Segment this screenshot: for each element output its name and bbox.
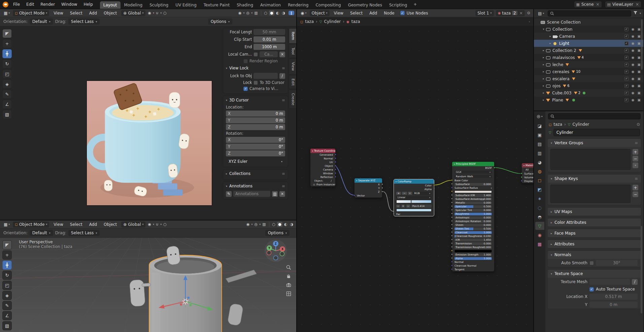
input-socket[interactable]: [451, 224, 453, 225]
zoom-icon[interactable]: [286, 265, 292, 270]
shader-menu-item[interactable]: Node: [381, 10, 397, 17]
editor-type-button[interactable]: ▦▾: [2, 10, 11, 16]
add-vertex-group-button[interactable]: +: [633, 149, 638, 155]
shader-menu-item[interactable]: Add: [366, 10, 380, 17]
separate-xyz-node[interactable]: ▾Separate XYZ XYZ Vector: [354, 178, 382, 198]
active-stop-color[interactable]: [396, 209, 432, 212]
shading-material-icon[interactable]: ◐: [275, 10, 280, 16]
annotation-duplicate-icon[interactable]: ▥: [272, 191, 278, 197]
active-color-stop[interactable]: [411, 200, 412, 203]
tool-button[interactable]: ◤: [2, 29, 12, 38]
bsdf-input-row[interactable]: Subsurface Radius ▾: [452, 186, 494, 190]
input-socket[interactable]: [451, 198, 453, 200]
workspace-tab[interactable]: Geometry Nodes: [345, 1, 385, 9]
workspace-tab[interactable]: Texture Paint: [200, 1, 233, 9]
filter-icon[interactable]: [633, 11, 638, 16]
texture-space-header[interactable]: ▾Texture Space: [548, 270, 641, 278]
show-overlays-icon[interactable]: ◎: [253, 222, 259, 227]
disable-in-render-icon[interactable]: ▣: [638, 63, 641, 67]
sidebar-tab[interactable]: View: [289, 59, 296, 74]
sidebar-tab[interactable]: Item: [289, 28, 296, 43]
hide-in-viewport-icon[interactable]: ◉: [632, 34, 635, 38]
clip-start-field[interactable]: 0.01 m: [253, 36, 285, 42]
input-socket[interactable]: [451, 253, 453, 255]
shader-menu-item[interactable]: Select: [347, 10, 366, 17]
shader-type-dropdown[interactable]: Object▾: [310, 10, 330, 16]
properties-tab[interactable]: ▦: [535, 240, 544, 248]
lock-3d-cursor-checkbox[interactable]: [253, 81, 258, 85]
sidebar-tab[interactable]: Create: [289, 90, 296, 109]
node-output-row[interactable]: UV: [310, 160, 335, 164]
add-shape-key-button[interactable]: +: [633, 185, 638, 190]
distribution-dropdown[interactable]: GGX▾: [454, 171, 492, 174]
node-output-row[interactable]: Window: [310, 172, 335, 175]
options-dropdown[interactable]: Options▾: [208, 19, 232, 25]
breadcrumb-object[interactable]: taza: [553, 122, 562, 127]
bsdf-input-row[interactable]: Base Color ▾: [452, 179, 494, 182]
tool-button[interactable]: ◈: [2, 291, 12, 300]
input-socket[interactable]: [451, 179, 453, 181]
vertex-groups-list[interactable]: [550, 149, 631, 170]
disable-in-render-icon[interactable]: ▣: [638, 27, 641, 31]
hide-in-viewport-icon[interactable]: ◉: [632, 98, 635, 102]
outliner-row[interactable]: ▸ Plane ✓ ◉ ▣: [534, 96, 643, 103]
bsdf-input-row[interactable]: Subsurface Color ▾: [452, 190, 494, 193]
input-socket[interactable]: [451, 202, 453, 203]
annotations-panel-header[interactable]: ▾Annotations≡: [223, 182, 288, 190]
cursor-location-field[interactable]: X0 m: [226, 111, 285, 117]
input-socket[interactable]: [451, 213, 453, 214]
selectability-checkbox[interactable]: ✓: [624, 70, 629, 74]
app-menu-item[interactable]: Edit: [23, 1, 37, 8]
principled-bsdf-node[interactable]: ▾Principled BSDF BSDF GGX▾ Random Walk▾ …: [452, 161, 495, 272]
hide-in-viewport-icon[interactable]: ◉: [632, 56, 635, 60]
cursor-location-field[interactable]: Y0 m: [226, 117, 285, 123]
bsdf-input-row[interactable]: Sheen Tint 0.500 ▾: [452, 227, 494, 231]
outliner-row[interactable]: ▸ malaviscos 4 ✓ ◉ ▣: [534, 54, 643, 61]
cursor-rotation-field[interactable]: X0°: [226, 137, 285, 143]
tool-button[interactable]: ◰: [2, 69, 12, 79]
node-output-row[interactable]: Y: [354, 186, 382, 190]
input-socket[interactable]: [451, 228, 453, 229]
tool-button[interactable]: ◈: [2, 80, 12, 89]
disclosure-arrow[interactable]: ▸: [541, 70, 546, 73]
input-socket[interactable]: [521, 173, 522, 174]
output-socket[interactable]: [335, 172, 336, 174]
input-socket[interactable]: [451, 246, 453, 248]
outliner-row[interactable]: ▸ Light ✓ ◉ ▣: [534, 40, 643, 47]
bsdf-input-row[interactable]: Subsurface Anisotropy 0.000 ▾: [452, 197, 494, 201]
bsdf-input-row[interactable]: Clearcoat 1.000 ▾: [452, 231, 494, 234]
annotation-pen-icon[interactable]: ✎: [226, 191, 232, 197]
workspace-tab[interactable]: Shading: [233, 1, 257, 9]
sidebar-tab[interactable]: Edit: [289, 75, 296, 89]
toggle-xray-icon[interactable]: ▥: [253, 10, 259, 16]
eyedropper-icon[interactable]: ∕: [632, 279, 638, 285]
auto-smooth-angle-field[interactable]: 30°: [596, 260, 638, 266]
bsdf-input-row[interactable]: Anisotropic 0.000 ▾: [452, 216, 494, 219]
disclosure-arrow[interactable]: ▸: [541, 77, 546, 80]
viewport-menu-item[interactable]: Add: [86, 10, 100, 17]
material-output-node[interactable]: ▾Material Out All▾ Surface Volume Displa…: [521, 163, 533, 183]
pivot-point-icon[interactable]: ◉: [147, 222, 152, 227]
scene-selector[interactable]: ▦ Scene ×: [574, 1, 602, 8]
shading-solid-icon[interactable]: ●: [269, 10, 274, 16]
colorramp-gradient[interactable]: [396, 200, 432, 203]
pan-hand-icon[interactable]: [286, 273, 292, 279]
viewport-menu-item[interactable]: View: [50, 10, 66, 17]
properties-tab[interactable]: ∗: [535, 194, 544, 203]
properties-tab[interactable]: ◓: [535, 213, 544, 221]
selectability-checkbox[interactable]: ✓: [624, 34, 629, 38]
show-overlays-icon[interactable]: ◎: [245, 10, 251, 16]
outliner-row[interactable]: ▸ cereales 10 ✓ ◉ ▣: [534, 68, 643, 75]
bsdf-input-row[interactable]: Roughness 1.000 ▾: [452, 212, 494, 216]
disclosure-arrow[interactable]: ▸: [541, 98, 546, 101]
viewport-canvas[interactable]: ◤+╋↻◰◈✎∠▧ User Perspective (76) Scene Co…: [0, 238, 296, 332]
bsdf-input-row[interactable]: Emission ▾: [452, 249, 494, 253]
toggle-grid-icon[interactable]: [286, 291, 292, 297]
disable-in-render-icon[interactable]: ▣: [638, 49, 641, 53]
workspace-tab[interactable]: UV Editing: [172, 1, 200, 9]
cursor-rotation-field[interactable]: Z0°: [226, 150, 285, 156]
input-socket[interactable]: [451, 216, 453, 218]
outliner-row[interactable]: ▸ Cube.003 2 ✓ ◉ ▣: [534, 89, 643, 96]
disable-in-render-icon[interactable]: ▣: [638, 70, 641, 74]
tool-button[interactable]: +: [2, 250, 12, 260]
